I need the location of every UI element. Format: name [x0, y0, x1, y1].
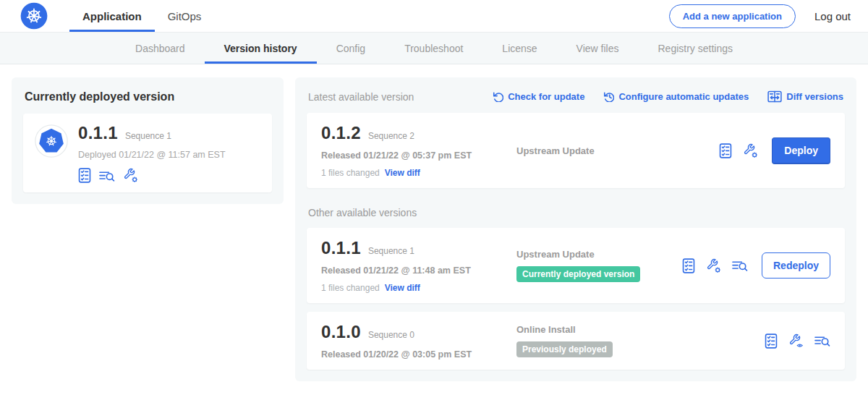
configure-updates-label: Configure automatic updates [618, 92, 749, 101]
check-for-update-link[interactable]: Check for update [493, 91, 584, 102]
top-bar: Application GitOps Add a new application… [0, 0, 868, 33]
released-timestamp: Released 01/21/22 @ 05:37 pm EST [321, 150, 503, 161]
view-diff-link[interactable]: View diff [385, 168, 420, 178]
diff-versions-link[interactable]: Diff versions [767, 90, 843, 103]
latest-version-header: Latest available version Check for updat… [308, 90, 843, 103]
kubernetes-logo-icon [20, 2, 48, 30]
deployed-sequence-label: Sequence 1 [125, 131, 171, 141]
preflight-checklist-icon[interactable] [78, 168, 91, 183]
subnav-view-files[interactable]: View files [557, 33, 639, 64]
view-diff-link[interactable]: View diff [385, 283, 420, 293]
wrench-gear-config-icon[interactable] [706, 258, 721, 273]
wrench-view-config-icon[interactable] [788, 333, 804, 349]
currently-deployed-panel: Currently deployed version 0.1.1 Sequenc… [12, 77, 284, 204]
files-changed-label: 1 files changed [321, 168, 380, 178]
latest-available-title: Latest available version [308, 91, 414, 103]
version-row-0-1-0: 0.1.0 Sequence 0 Released 01/20/22 @ 03:… [307, 312, 845, 370]
app-subnav: Dashboard Version history Config Trouble… [0, 33, 868, 64]
schedule-update-icon [603, 91, 614, 102]
add-application-button[interactable]: Add a new application [669, 4, 796, 28]
sequence-label: Sequence 1 [368, 246, 414, 256]
wrench-gear-config-icon[interactable] [743, 143, 758, 158]
other-versions-title: Other available versions [308, 207, 843, 218]
version-actions-right: Redeploy [682, 252, 830, 279]
subnav-troubleshoot[interactable]: Troubleshoot [385, 33, 482, 64]
subnav-registry-settings[interactable]: Registry settings [639, 33, 752, 64]
version-info: 0.1.2 Sequence 2 Released 01/21/22 @ 05:… [321, 123, 503, 178]
deploy-logs-search-icon[interactable] [814, 334, 830, 347]
version-info: 0.1.0 Sequence 0 Released 01/20/22 @ 03:… [321, 322, 503, 360]
version-history-panel: Latest available version Check for updat… [295, 77, 856, 381]
sequence-label: Sequence 0 [368, 330, 414, 340]
app-kubernetes-logo-icon [35, 124, 68, 158]
version-info: 0.1.1 Sequence 1 Released 01/21/22 @ 11:… [321, 238, 503, 293]
version-source: Online Install Previously deployed [503, 324, 765, 357]
version-actions: Check for update Configure automatic upd… [493, 90, 843, 103]
released-timestamp: Released 01/20/22 @ 03:05 pm EST [321, 349, 503, 360]
refresh-icon [493, 91, 503, 102]
deploy-button[interactable]: Deploy [772, 137, 830, 164]
version-number: 0.1.0 [321, 322, 361, 342]
deployed-panel-title: Currently deployed version [25, 90, 271, 103]
redeploy-button[interactable]: Redeploy [762, 252, 830, 279]
deployed-version-card: 0.1.1 Sequence 1 Deployed 01/21/22 @ 11:… [23, 114, 272, 192]
main-content: Currently deployed version 0.1.1 Sequenc… [0, 64, 868, 381]
preflight-checklist-icon[interactable] [765, 333, 778, 349]
sequence-label: Sequence 2 [368, 131, 414, 141]
tab-application[interactable]: Application [69, 0, 155, 32]
version-actions-right [765, 333, 830, 349]
app-tabs: Application GitOps [69, 0, 214, 32]
subnav-dashboard[interactable]: Dashboard [116, 33, 205, 64]
diff-versions-label: Diff versions [786, 92, 843, 101]
deploy-logs-search-icon[interactable] [732, 259, 748, 272]
version-row-0-1-1: 0.1.1 Sequence 1 Released 01/21/22 @ 11:… [307, 228, 845, 303]
subnav-license[interactable]: License [482, 33, 556, 64]
version-actions-right: Deploy [719, 137, 830, 164]
deployed-timestamp: Deployed 01/21/22 @ 11:57 am EST [78, 150, 226, 160]
source-label: Upstream Update [516, 249, 682, 260]
subnav-config[interactable]: Config [317, 33, 385, 64]
preflight-checklist-icon[interactable] [682, 258, 695, 273]
version-source: Upstream Update Currently deployed versi… [503, 249, 682, 282]
source-label: Upstream Update [516, 145, 719, 156]
version-number: 0.1.2 [321, 123, 361, 143]
wrench-gear-config-icon[interactable] [123, 168, 138, 183]
version-number: 0.1.1 [321, 238, 361, 258]
released-timestamp: Released 01/21/22 @ 11:48 am EST [321, 265, 503, 276]
deployed-version-info: 0.1.1 Sequence 1 Deployed 01/21/22 @ 11:… [78, 123, 226, 183]
currently-deployed-badge: Currently deployed version [516, 266, 640, 282]
version-source: Upstream Update [503, 145, 719, 156]
preflight-checklist-icon[interactable] [719, 143, 732, 158]
check-for-update-label: Check for update [508, 92, 584, 101]
tab-gitops[interactable]: GitOps [155, 0, 215, 32]
version-row-0-1-2: 0.1.2 Sequence 2 Released 01/21/22 @ 05:… [307, 113, 845, 188]
logout-button[interactable]: Log out [814, 10, 851, 22]
deployed-version-number: 0.1.1 [78, 123, 118, 143]
files-changed-label: 1 files changed [321, 283, 380, 293]
subnav-version-history[interactable]: Version history [205, 33, 317, 64]
source-label: Online Install [516, 324, 765, 335]
deploy-logs-search-icon[interactable] [99, 169, 115, 182]
diff-icon [767, 90, 782, 103]
configure-automatic-updates-link[interactable]: Configure automatic updates [603, 91, 749, 102]
previously-deployed-badge: Previously deployed [516, 341, 613, 357]
